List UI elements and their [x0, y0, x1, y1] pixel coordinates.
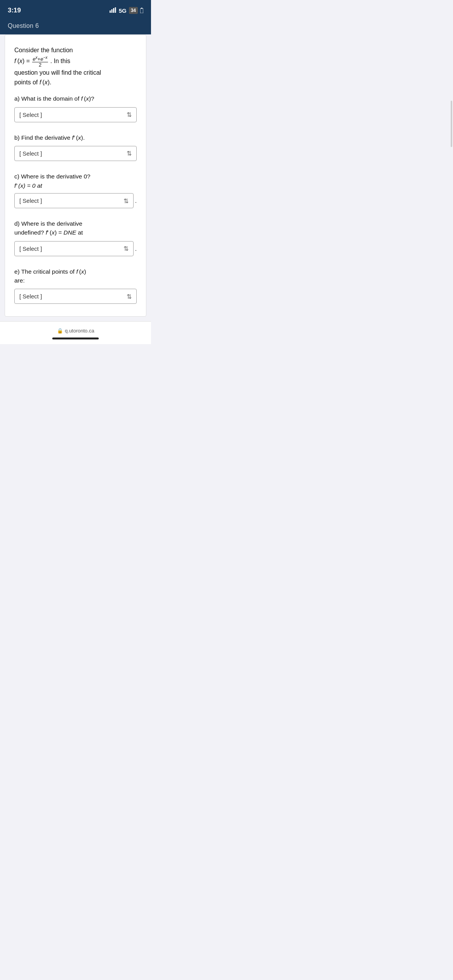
part-a: a) What is the domain of f (x)? [ Select… — [14, 94, 137, 122]
question-header: Question 6 — [0, 19, 151, 34]
part-c-label: c) Where is the derivative 0? — [14, 172, 137, 181]
status-right: 5G 34 — [110, 7, 143, 14]
intro-line1: Consider the function — [14, 47, 73, 53]
part-c-select-text: [ Select ] — [19, 197, 42, 204]
part-a-select[interactable]: [ Select ] ⇅ — [14, 107, 137, 122]
part-a-label: a) What is the domain of f (x)? — [14, 94, 137, 103]
part-e-select[interactable]: [ Select ] ⇅ — [14, 289, 137, 304]
part-e: e) The critical points of f (x)are: [ Se… — [14, 267, 137, 304]
part-d-select-text: [ Select ] — [19, 245, 42, 252]
part-d-select-row: [ Select ] ⇅ . — [14, 241, 137, 256]
part-d-select[interactable]: [ Select ] ⇅ — [14, 241, 134, 256]
part-d-label: d) Where is the derivativeundefined? f′ … — [14, 219, 137, 237]
part-c-select-row: [ Select ] ⇅ . — [14, 193, 137, 208]
svg-rect-0 — [110, 10, 111, 13]
part-c: c) Where is the derivative 0? f′ (x) = 0… — [14, 172, 137, 208]
part-c-select[interactable]: [ Select ] ⇅ — [14, 193, 134, 208]
question-header-title: Question 6 — [8, 22, 39, 29]
lock-icon: 🔒 — [57, 328, 63, 334]
part-b-label: b) Find the derivative f′ (x). — [14, 133, 137, 142]
battery-icon — [140, 8, 143, 13]
part-d-chevron-icon: ⇅ — [124, 245, 129, 252]
part-b-select-text: [ Select ] — [19, 150, 42, 157]
part-d-period: . — [135, 245, 137, 252]
url-text: q.utoronto.ca — [65, 328, 94, 334]
footer-url: 🔒 q.utoronto.ca — [57, 328, 94, 334]
status-bar: 3:19 5G 34 — [0, 0, 151, 19]
signal-icon — [110, 7, 117, 14]
part-e-select-text: [ Select ] — [19, 293, 42, 300]
part-b-select[interactable]: [ Select ] ⇅ — [14, 146, 137, 161]
network-type: 5G — [119, 7, 127, 14]
intro-text: Consider the function f (x) = ex+e−x 2 .… — [14, 46, 137, 87]
part-a-select-text: [ Select ] — [19, 111, 42, 118]
part-c-period: . — [135, 197, 137, 204]
main-card: Consider the function f (x) = ex+e−x 2 .… — [5, 34, 146, 317]
part-e-chevron-icon: ⇅ — [127, 293, 132, 300]
svg-rect-3 — [115, 7, 116, 13]
svg-rect-2 — [113, 8, 114, 13]
battery-indicator: 34 — [129, 7, 138, 14]
part-a-chevron-icon: ⇅ — [127, 111, 132, 118]
part-c-chevron-icon: ⇅ — [124, 197, 129, 204]
home-indicator — [52, 338, 99, 339]
svg-rect-1 — [111, 9, 112, 13]
part-b-chevron-icon: ⇅ — [127, 150, 132, 157]
part-b: b) Find the derivative f′ (x). [ Select … — [14, 133, 137, 161]
part-c-sub: f′ (x) = 0 at — [14, 182, 137, 189]
intro-formula: f (x) = ex+e−x 2 . In this — [14, 58, 70, 64]
part-d: d) Where is the derivativeundefined? f′ … — [14, 219, 137, 256]
footer: 🔒 q.utoronto.ca — [0, 321, 151, 344]
svg-rect-5 — [140, 9, 143, 13]
status-time: 3:19 — [8, 7, 21, 14]
part-e-label: e) The critical points of f (x)are: — [14, 267, 137, 285]
intro-line3: question you will find the criticalpoint… — [14, 69, 101, 86]
